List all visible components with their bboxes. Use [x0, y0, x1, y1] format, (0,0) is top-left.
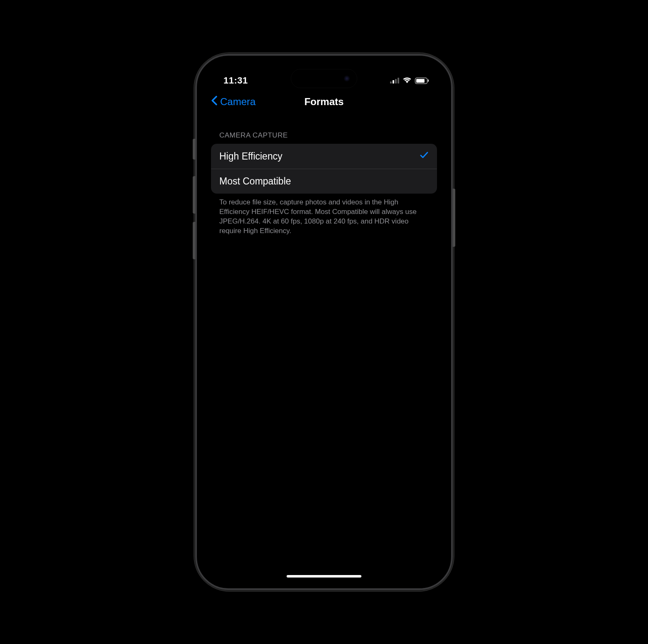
back-button-label: Camera	[220, 96, 255, 108]
back-button[interactable]: Camera	[211, 96, 255, 108]
home-indicator[interactable]	[287, 575, 361, 578]
phone-frame: 11:31	[195, 54, 453, 590]
cellular-signal-icon	[390, 78, 399, 84]
screen: 11:31	[203, 61, 445, 583]
camera-capture-list: High Efficiency Most Compatible	[211, 144, 437, 194]
section-header: CAMERA CAPTURE	[211, 114, 437, 144]
volume-up-button	[193, 176, 195, 214]
section-footer: To reduce file size, capture photos and …	[211, 194, 437, 236]
page-title: Formats	[304, 96, 344, 108]
option-label: High Efficiency	[219, 151, 282, 162]
chevron-left-icon	[211, 96, 218, 108]
content: CAMERA CAPTURE High Efficiency Most Comp…	[203, 114, 445, 236]
option-high-efficiency[interactable]: High Efficiency	[211, 144, 437, 169]
dynamic-island	[291, 69, 357, 88]
option-label: Most Compatible	[219, 176, 291, 187]
status-time: 11:31	[223, 75, 248, 86]
power-button	[453, 189, 455, 247]
navigation-bar: Camera Formats	[203, 91, 445, 114]
option-most-compatible[interactable]: Most Compatible	[211, 169, 437, 194]
checkmark-icon	[420, 150, 429, 162]
battery-icon	[415, 78, 429, 84]
status-icons	[390, 76, 429, 85]
volume-down-button	[193, 222, 195, 259]
silent-switch	[193, 139, 195, 160]
front-camera-icon	[344, 75, 350, 82]
wifi-icon	[403, 76, 412, 85]
